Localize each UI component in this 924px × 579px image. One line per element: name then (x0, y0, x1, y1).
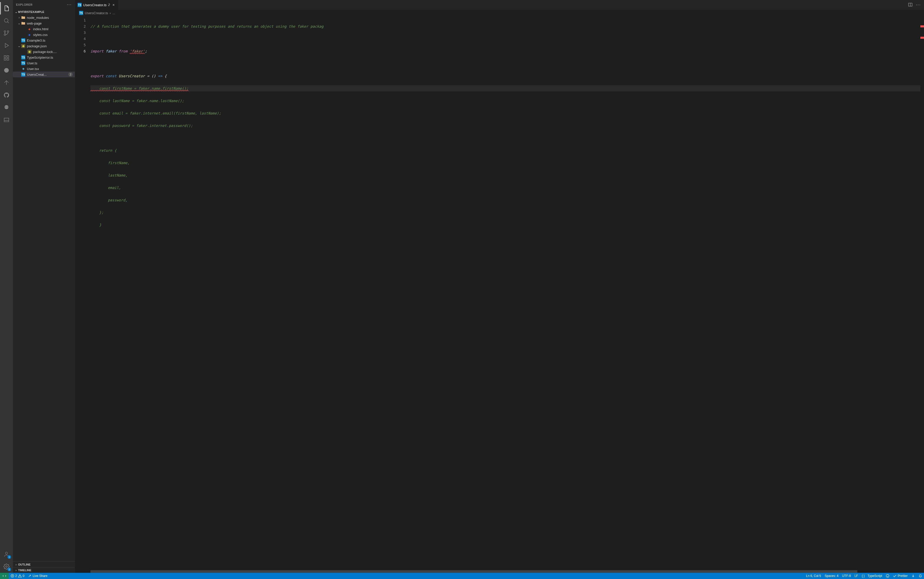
css-file-icon: ◈ (28, 33, 31, 37)
tree-file-user-ts[interactable]: TSUser.ts (13, 60, 75, 66)
settings-badge: 1 (8, 568, 11, 571)
svg-point-9 (5, 107, 6, 107)
line-number: 3 (75, 29, 86, 36)
tree-label: package.json (27, 44, 47, 48)
github-icon[interactable] (0, 89, 13, 101)
copilot-icon[interactable] (0, 101, 13, 114)
breadcrumb[interactable]: TS UsersCreator.ts › ... (75, 10, 924, 16)
tree-file-index-html[interactable]: ◈index.html (13, 26, 75, 32)
split-editor-icon[interactable] (908, 3, 913, 8)
code-editor[interactable]: 1 2 3 4 5 6 // A function that generates… (75, 16, 924, 570)
chevron-right-icon: › (14, 569, 18, 572)
braces-icon: { } (862, 574, 865, 578)
svg-point-0 (4, 19, 8, 22)
sidebar-more-icon[interactable]: ··· (67, 2, 72, 7)
prettier-status[interactable]: Prettier (891, 573, 909, 579)
live-share[interactable]: Live Share (26, 573, 49, 579)
svg-point-1 (7, 31, 9, 32)
live-share-label: Live Share (33, 574, 47, 578)
project-name: MYFIRSTEXAMPLE (18, 10, 44, 13)
line-number: 1 (75, 17, 86, 23)
tree-file-ts-error[interactable]: TSTypeScripterror.ts (13, 54, 75, 60)
bell-icon[interactable] (917, 573, 924, 579)
tree-folder-node-modules[interactable]: ›node_modules (13, 15, 75, 20)
tree-folder-web-page[interactable]: ⌄web-page (13, 20, 75, 26)
chevron-right-icon: › (14, 563, 18, 566)
tree-file-styles-css[interactable]: ◈styles.css (13, 32, 75, 38)
encoding[interactable]: UTF-8 (840, 573, 853, 579)
warning-count: 0 (23, 574, 24, 578)
tree-file-user-tsx[interactable]: ⚛User.tsx (13, 66, 75, 72)
tab-label: UsersCreator.ts (83, 3, 107, 7)
tree-label: Example3.ts (27, 39, 46, 43)
quokka-icon[interactable] (0, 64, 13, 77)
svg-rect-7 (7, 59, 9, 60)
folder-open-icon (21, 21, 25, 25)
run-debug-icon[interactable] (0, 39, 13, 52)
panel-icon[interactable] (0, 114, 13, 126)
eol[interactable]: LF (853, 573, 860, 579)
outline-section[interactable]: ›OUTLINE (13, 561, 75, 567)
error-count: 2 (15, 574, 17, 578)
tab-users-creator[interactable]: TS UsersCreator.ts 2 × (75, 0, 118, 10)
svg-point-16 (886, 574, 889, 577)
settings-gear-icon[interactable]: 1 (0, 560, 13, 573)
line-number: 5 (75, 42, 86, 48)
accounts-badge: 1 (8, 555, 11, 559)
error-marker (921, 25, 924, 28)
explorer-icon[interactable] (0, 2, 13, 15)
timeline-section[interactable]: ›TIMELINE (13, 567, 75, 573)
chevron-right-icon: › (17, 16, 21, 20)
source-control-icon[interactable] (0, 27, 13, 39)
svg-rect-11 (4, 118, 9, 122)
ts-file-icon: TS (79, 11, 83, 15)
ts-file-icon: TS (21, 38, 25, 43)
tree-label: index.html (33, 27, 48, 31)
chevron-down-icon: ⌄ (17, 44, 21, 48)
problems-indicator[interactable]: 2 0 (9, 573, 26, 579)
tree-label: node_modules (27, 16, 49, 20)
project-section[interactable]: ⌄ MYFIRSTEXAMPLE (13, 9, 75, 15)
file-tree: ›node_modules ⌄web-page ◈index.html ◈sty… (13, 15, 75, 561)
language-mode[interactable]: { } TypeScript (860, 573, 884, 579)
horizontal-scrollbar[interactable] (90, 570, 924, 573)
line-number: 4 (75, 36, 86, 42)
tree-label: package-lock.... (33, 50, 57, 54)
scrollbar-thumb[interactable] (90, 570, 857, 573)
tree-file-users-creator[interactable]: TSUsersCreat...2 (13, 72, 75, 77)
code-text: // A function that generates a dummy use… (90, 24, 323, 28)
remote-share-icon[interactable] (0, 77, 13, 89)
tree-file-example3[interactable]: TSExample3.ts (13, 38, 75, 43)
timeline-label: TIMELINE (18, 569, 31, 572)
accounts-icon[interactable]: 1 (0, 548, 13, 560)
overview-ruler[interactable] (921, 16, 924, 570)
svg-point-13 (6, 566, 7, 568)
status-bar: 2 0 Live Share Ln 6, Col 5 Spaces: 4 UTF… (0, 573, 924, 579)
tab-problem-count: 2 (108, 3, 110, 7)
tree-label: web-page (27, 21, 42, 25)
chevron-right-icon: › (109, 11, 111, 15)
code-content[interactable]: // A function that generates a dummy use… (90, 16, 921, 570)
feedback-icon[interactable] (884, 573, 891, 579)
error-marker (921, 37, 924, 39)
breadcrumb-file: UsersCreator.ts (85, 11, 108, 15)
editor-more-icon[interactable]: ··· (916, 3, 921, 7)
tree-file-package-json[interactable]: ⌄⬢package.json (13, 43, 75, 49)
tree-label: UsersCreat... (27, 73, 47, 77)
tree-label: User.ts (27, 61, 37, 65)
svg-point-10 (7, 107, 8, 107)
svg-rect-4 (4, 56, 6, 57)
code-suggestion: const firstName = faker.name.firstName()… (90, 86, 188, 90)
cursor-position[interactable]: Ln 6, Col 5 (804, 573, 823, 579)
problem-count: 2 (68, 72, 73, 77)
indentation[interactable]: Spaces: 4 (823, 573, 840, 579)
remote-indicator[interactable] (0, 573, 9, 579)
tree-file-package-lock[interactable]: ⬢package-lock.... (13, 49, 75, 54)
pin-icon[interactable] (909, 573, 917, 579)
line-gutter: 1 2 3 4 5 6 (75, 16, 90, 570)
extensions-icon[interactable] (0, 52, 13, 64)
search-icon[interactable] (0, 15, 13, 27)
tree-label: User.tsx (27, 67, 39, 71)
ts-file-icon: TS (78, 3, 82, 7)
close-icon[interactable]: × (111, 3, 116, 7)
